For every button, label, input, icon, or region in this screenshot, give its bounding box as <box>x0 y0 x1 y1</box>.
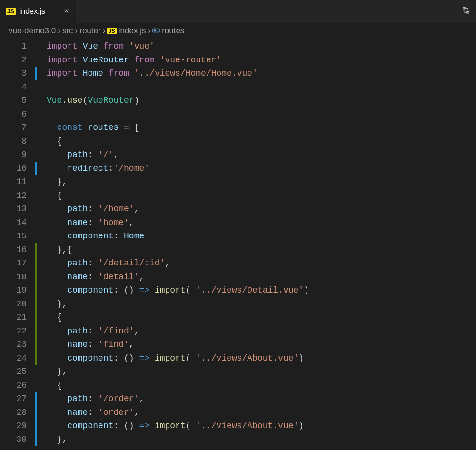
code-line[interactable]: path: '/', <box>47 148 476 162</box>
code-line[interactable]: }, <box>47 365 476 379</box>
line-number: 6 <box>0 108 30 121</box>
code-line[interactable]: { <box>47 379 476 392</box>
line-number: 15 <box>0 229 30 243</box>
code-line[interactable]: path: '/home', <box>47 202 476 216</box>
code-line[interactable]: redirect:'/home' <box>47 162 476 176</box>
diff-marker <box>35 202 37 216</box>
line-number: 17 <box>0 256 30 270</box>
line-number: 14 <box>0 216 30 230</box>
variable-symbol-icon <box>152 27 160 36</box>
diff-marker <box>35 297 37 311</box>
diff-marker <box>35 419 37 433</box>
line-number: 5 <box>0 94 30 108</box>
code-line[interactable]: component: Home <box>47 229 476 243</box>
line-number: 20 <box>0 297 30 311</box>
diff-marker <box>35 406 37 420</box>
diff-marker <box>35 243 37 257</box>
code-line[interactable]: import Vue from 'vue' <box>47 39 476 53</box>
code-area[interactable]: import Vue from 'vue'import VueRouter fr… <box>37 39 476 450</box>
code-line[interactable]: name: 'detail', <box>47 270 476 284</box>
code-line[interactable]: const routes = [ <box>47 121 476 135</box>
code-line[interactable]: path: '/detail/:id', <box>47 256 476 270</box>
js-file-icon: JS <box>6 8 16 15</box>
diff-marker <box>35 352 37 365</box>
chevron-right-icon: › <box>75 26 78 36</box>
line-number: 1 <box>0 39 30 53</box>
tab-active[interactable]: JS index.js × <box>0 0 76 23</box>
breadcrumb-part[interactable]: vue-demo3.0 <box>9 26 56 36</box>
diff-marker <box>35 256 37 270</box>
code-line[interactable]: component: () => import( '../views/About… <box>47 419 476 433</box>
diff-marker <box>35 365 37 379</box>
line-number: 25 <box>0 365 30 379</box>
line-number: 19 <box>0 284 30 297</box>
line-number: 11 <box>0 175 30 189</box>
code-line[interactable]: { <box>47 311 476 324</box>
diff-marker <box>35 229 37 243</box>
diff-marker <box>35 148 37 162</box>
line-number: 23 <box>0 338 30 352</box>
code-line[interactable]: { <box>47 135 476 148</box>
code-line[interactable]: component: () => import( '../views/Detai… <box>47 284 476 297</box>
diff-marker <box>35 311 37 324</box>
diff-marker <box>35 270 37 284</box>
breadcrumb-part[interactable]: router <box>79 26 100 36</box>
code-line[interactable]: path: '/find', <box>47 324 476 338</box>
code-line[interactable]: path: '/order', <box>47 392 476 406</box>
diff-marker <box>35 80 37 94</box>
breadcrumb-symbol[interactable]: routes <box>162 26 184 36</box>
diff-markers <box>35 39 37 446</box>
line-number: 18 <box>0 270 30 284</box>
line-number: 30 <box>0 433 30 447</box>
code-line[interactable]: }, <box>47 175 476 189</box>
line-number: 16 <box>0 243 30 257</box>
code-line[interactable]: component: () => import( '../views/About… <box>47 352 476 365</box>
diff-marker <box>35 433 37 447</box>
compare-changes-icon[interactable] <box>462 6 470 17</box>
line-number: 24 <box>0 352 30 365</box>
line-number: 27 <box>0 392 30 406</box>
diff-marker <box>35 392 37 406</box>
line-number: 9 <box>0 148 30 162</box>
diff-marker <box>35 108 37 121</box>
line-number: 22 <box>0 324 30 338</box>
diff-marker <box>35 324 37 338</box>
chevron-right-icon: › <box>148 26 150 36</box>
diff-marker <box>35 53 37 67</box>
line-number: 3 <box>0 67 30 80</box>
diff-marker <box>35 39 37 53</box>
tab-filename: index.js <box>20 7 45 16</box>
breadcrumbs[interactable]: vue-demo3.0 › src › router › JS index.js… <box>0 23 476 39</box>
breadcrumb-file[interactable]: index.js <box>119 26 146 36</box>
code-line[interactable]: import Home from '../views/Home/Home.vue… <box>47 67 476 80</box>
diff-marker <box>35 121 37 135</box>
chevron-right-icon: › <box>103 26 106 36</box>
diff-marker <box>35 379 37 392</box>
code-line[interactable]: name: 'order', <box>47 406 476 420</box>
code-line[interactable] <box>47 108 476 121</box>
svg-rect-2 <box>153 29 159 32</box>
diff-marker <box>35 135 37 148</box>
code-line[interactable] <box>47 80 476 94</box>
breadcrumb-part[interactable]: src <box>62 26 73 36</box>
tab-bar: JS index.js × <box>0 0 476 23</box>
chevron-right-icon: › <box>58 26 60 36</box>
code-line[interactable]: }, <box>47 297 476 311</box>
code-line[interactable]: name: 'find', <box>47 338 476 352</box>
editor[interactable]: 1234567891011121314151617181920212223242… <box>0 39 476 450</box>
diff-marker <box>35 67 37 80</box>
diff-marker <box>35 338 37 352</box>
line-number: 28 <box>0 406 30 420</box>
code-line[interactable]: { <box>47 189 476 203</box>
svg-rect-3 <box>154 29 156 31</box>
diff-marker <box>35 284 37 297</box>
code-line[interactable]: Vue.use(VueRouter) <box>47 94 476 108</box>
code-line[interactable]: }, <box>47 433 476 447</box>
code-line[interactable]: name: 'home', <box>47 216 476 230</box>
line-number: 12 <box>0 189 30 203</box>
line-number: 10 <box>0 162 30 176</box>
code-line[interactable]: import VueRouter from 'vue-router' <box>47 53 476 67</box>
close-icon[interactable]: × <box>64 7 69 16</box>
code-line[interactable]: },{ <box>47 243 476 257</box>
gutter: 1234567891011121314151617181920212223242… <box>0 39 37 450</box>
